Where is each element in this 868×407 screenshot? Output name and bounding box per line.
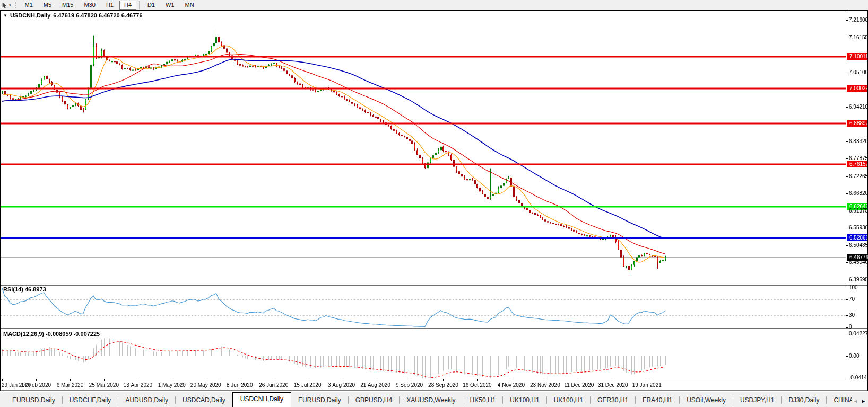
tab-usdcnh-daily[interactable]: USDCNH,Daily [232,392,291,407]
tab-scroll-arrows: ◄ ► [852,399,868,407]
tab-dj30-daily[interactable]: DJ30,Daily [782,394,826,407]
tab-audusd-daily[interactable]: AUDUSD,Daily [118,394,175,407]
tab-scroll-right-icon[interactable]: ► [861,399,866,404]
timeframe-button-d1[interactable]: D1 [143,1,160,10]
chart-window: ▼ USDCNH,Daily 6.47619 6.47820 6.46720 6… [0,10,868,391]
timeframe-button-m1[interactable]: M1 [20,1,38,10]
tab-gbpusd-h4[interactable]: GBPUSD,H4 [349,394,399,407]
timeframe-button-m30[interactable]: M30 [79,1,100,10]
cursor-tool-button[interactable]: ▾ [0,1,13,10]
tab-eurusd-daily[interactable]: EURUSD,Daily [5,394,62,407]
chevron-down-icon[interactable]: ▾ [9,3,11,7]
timeframe-button-m15[interactable]: M15 [57,1,78,10]
tab-eurusd-daily[interactable]: EURUSD,Daily [291,394,348,407]
chart-title: ▼ USDCNH,Daily 6.47619 6.47820 6.46720 6… [3,12,143,19]
chart-ohlc-values: 6.47619 6.47820 6.46720 6.46776 [53,12,142,19]
cursor-icon [2,2,7,8]
macd-indicator-label: MACD(12,26,9) -0.008059 -0.007225 [3,331,100,337]
tab-usdcad-daily[interactable]: USDCAD,Daily [176,394,232,407]
tab-china300-h1[interactable]: CHINA300,H1 [827,394,852,407]
price-chart-canvas[interactable] [0,10,868,391]
timeframe-button-h1[interactable]: H1 [101,1,118,10]
timeframe-button-h4[interactable]: H4 [119,1,136,10]
rsi-indicator-label: RSI(14) 46.8973 [3,286,46,293]
timeframe-button-w1[interactable]: W1 [161,1,179,10]
collapse-caret-icon[interactable]: ▼ [3,13,7,18]
tab-hk50-h1[interactable]: HK50,H1 [463,394,503,407]
tab-ger30-h1[interactable]: GER30,H1 [591,394,635,407]
tab-xauusd-weekly[interactable]: XAUUSD,Weekly [400,394,462,407]
tab-usdjpy-h1[interactable]: USDJPY,H1 [733,394,781,407]
timeframe-button-m5[interactable]: M5 [39,1,56,10]
tab-uk100-h1[interactable]: UK100,H1 [503,394,546,407]
timeframe-toolbar: ▾ M1M5M15M30H1H4D1W1MN [0,0,868,11]
timeframe-button-mn[interactable]: MN [180,1,199,10]
tab-uk100-h1[interactable]: UK100,H1 [547,394,590,407]
toolbar-grip[interactable] [15,2,16,8]
toolbar-separator [139,1,140,9]
tab-scroll-left-icon[interactable]: ◄ [853,399,858,404]
symbol-tab-bar: EURUSD,DailyUSDCHF,DailyAUDUSD,DailyUSDC… [0,392,868,407]
tab-fra40-h1[interactable]: FRA40,H1 [636,394,679,407]
symbol-tabs: EURUSD,DailyUSDCHF,DailyAUDUSD,DailyUSDC… [0,392,852,407]
tab-usoil-weekly[interactable]: USOil,Weekly [680,394,733,407]
chart-symbol-period: USDCNH,Daily [10,12,50,19]
tab-usdchf-daily[interactable]: USDCHF,Daily [63,394,118,407]
